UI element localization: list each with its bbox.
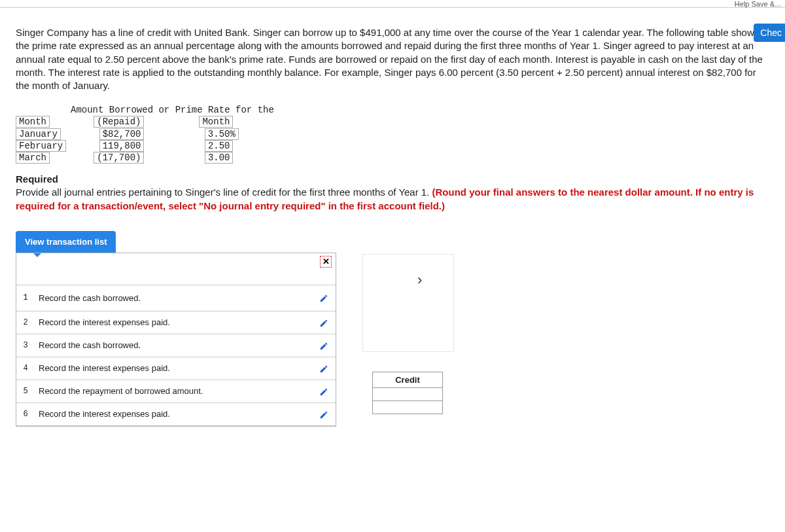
tab-view-transaction-list[interactable]: View transaction list [16,231,116,253]
tx-num: 5 [16,387,35,396]
month-feb: February [16,141,65,151]
transaction-list: 1 Record the cash borrowed. 2 Record the… [16,285,336,426]
close-icon[interactable]: ✕ [320,256,332,268]
tx-label: Record the cash borrowed. [35,293,317,303]
credit-cell[interactable] [372,401,443,414]
tx-row[interactable]: 1 Record the cash borrowed. [16,285,336,311]
pencil-icon[interactable] [317,317,330,328]
problem-text: Singer Company has a line of credit with… [16,26,768,92]
pencil-icon[interactable] [317,409,330,419]
next-arrow-icon[interactable]: › [417,272,422,289]
credit-column: Credit [372,372,443,414]
month-jan: January [16,129,60,139]
data-table: Amount Borrowed or Prime Rate for the Mo… [16,104,769,164]
pencil-icon[interactable] [317,363,330,374]
entry-panel-placeholder [362,254,454,352]
month-mar: March [16,152,49,163]
tx-label: Record the cash borrowed. [35,340,317,350]
tx-label: Record the repayment of borrowed amount. [35,386,317,396]
credit-cell[interactable] [372,388,443,401]
required-block: Required Provide all journal entries per… [16,173,768,213]
tx-num: 6 [16,410,35,419]
pencil-icon[interactable] [317,386,330,397]
col-month: Month [16,116,49,127]
top-right-text: Help Save &… [735,0,782,8]
tx-label: Record the interest expenses paid. [35,363,317,373]
credit-header: Credit [372,372,443,388]
tx-num: 1 [16,293,35,302]
tx-row[interactable]: 2 Record the interest expenses paid. [16,311,336,334]
pencil-icon[interactable] [317,340,330,351]
tx-num: 3 [16,341,35,350]
tx-num: 2 [16,318,35,327]
tx-row[interactable]: 6 Record the interest expenses paid. [16,403,336,426]
tx-row[interactable]: 5 Record the repayment of borrowed amoun… [16,380,336,403]
transaction-panel: ✕ 1 Record the cash borrowed. 2 Record t… [16,253,336,427]
tx-label: Record the interest expenses paid. [35,317,317,327]
tx-num: 4 [16,364,35,373]
check-button[interactable]: Chec [754,24,785,42]
tx-row[interactable]: 4 Record the interest expenses paid. [16,357,336,380]
tx-label: Record the interest expenses paid. [35,409,317,419]
required-text: Provide all journal entries pertaining t… [16,186,432,198]
top-bar: Help Save &… [0,0,785,8]
pencil-icon[interactable] [317,293,330,304]
required-title: Required [16,173,58,185]
tx-row[interactable]: 3 Record the cash borrowed. [16,334,336,357]
